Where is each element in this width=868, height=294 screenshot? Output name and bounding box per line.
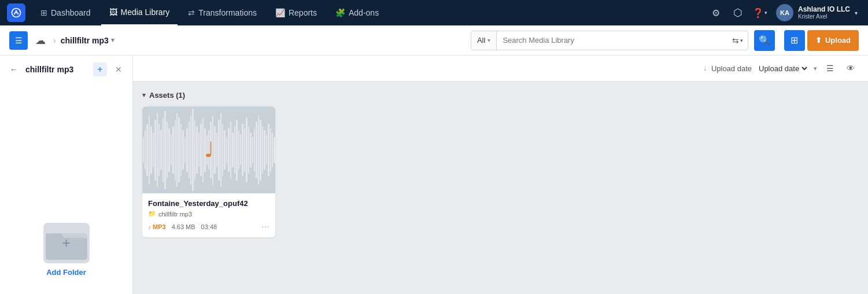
upload-button[interactable]: ⬆ Upload <box>807 30 859 51</box>
close-icon: ✕ <box>115 65 122 74</box>
eye-icon: 👁 <box>847 64 855 73</box>
sort-chevron: ▾ <box>814 65 817 72</box>
search-settings-chevron: ▾ <box>740 38 743 43</box>
sidebar: ← chillfiltr mp3 + ✕ + Add Folder <box>0 56 133 294</box>
table-row[interactable]: ♩ Fontaine_Yesterday_opuf42 📁 chillfiltr… <box>142 106 275 237</box>
breadcrumb-chevron: ▾ <box>111 36 114 44</box>
nav-item-dashboard[interactable]: ⊞ Dashboard <box>32 0 99 25</box>
add-folder-area[interactable]: + Add Folder <box>0 211 132 282</box>
breadcrumb-label: chillfiltr mp3 <box>61 36 109 45</box>
sidebar-title: chillfiltr mp3 <box>25 65 88 74</box>
content-toolbar: ↓ Upload date Upload date Name File size… <box>133 56 868 82</box>
cloud-icon: ☁ <box>35 34 46 47</box>
image-icon: 🖼 <box>109 8 117 17</box>
add-folder-icon: + <box>43 223 90 263</box>
assets-header: ▾ Assets (1) <box>142 91 859 100</box>
user-company: Ashland IO LLC <box>798 5 850 13</box>
chart-icon: 📈 <box>275 8 285 17</box>
nav-label-dashboard: Dashboard <box>51 8 91 17</box>
asset-duration: 03:48 <box>201 223 217 230</box>
music-note-icon: ♩ <box>204 138 214 162</box>
music-icon-small: ♪ <box>148 224 151 230</box>
assets-grid: ♩ Fontaine_Yesterday_opuf42 📁 chillfiltr… <box>142 106 859 237</box>
hamburger-menu-button[interactable]: ☰ <box>9 31 28 50</box>
nav-label-addons: Add-ons <box>349 8 379 17</box>
search-input[interactable] <box>497 36 727 45</box>
help-icon: ❓ <box>752 8 764 19</box>
asset-info: Fontaine_Yesterday_opuf42 📁 chillfiltr m… <box>142 193 275 237</box>
breadcrumb-current[interactable]: chillfiltr mp3 ▾ <box>61 36 114 45</box>
add-to-media-icon: ⊞ <box>791 35 798 46</box>
nav-item-media-library[interactable]: 🖼 Media Library <box>101 0 178 25</box>
search-button[interactable]: 🔍 <box>754 30 775 51</box>
nav-label-transformations: Transformations <box>198 8 257 17</box>
layers-button[interactable]: ⬡ <box>729 3 747 22</box>
sidebar-add-icon: + <box>97 64 102 75</box>
logo[interactable] <box>7 3 25 22</box>
grid-icon: ⊞ <box>40 8 47 17</box>
help-chevron: ▾ <box>764 10 767 16</box>
list-view-button[interactable]: ☰ <box>822 60 838 76</box>
back-icon: ← <box>10 65 18 74</box>
asset-meta: ♪ MP3 4.63 MB 03:48 ⋯ <box>148 222 269 231</box>
home-cloud-button[interactable]: ☁ <box>32 32 49 49</box>
content-body: ▾ Assets (1) <box>133 82 868 247</box>
content-area: ↓ Upload date Upload date Name File size… <box>133 56 868 294</box>
gear-icon: ⚙ <box>712 8 720 19</box>
sidebar-add-button[interactable]: + <box>93 63 107 76</box>
user-info: Ashland IO LLC Krister Axel <box>798 5 850 20</box>
avatar: KA <box>776 4 793 21</box>
puzzle-icon: 🧩 <box>335 8 345 17</box>
asset-more-button[interactable]: ⋯ <box>261 222 269 231</box>
search-settings-icon: ⇆ <box>732 36 739 45</box>
upload-label: Upload <box>825 36 851 45</box>
search-settings-button[interactable]: ⇆ ▾ <box>727 31 748 50</box>
nav-item-transformations[interactable]: ⇄ Transformations <box>180 0 265 25</box>
sidebar-header: ← chillfiltr mp3 + ✕ <box>0 63 132 81</box>
nav-label-media-library: Media Library <box>121 8 170 17</box>
nav-item-reports[interactable]: 📈 Reports <box>267 0 325 25</box>
settings-button[interactable]: ⚙ <box>707 3 725 22</box>
upload-icon: ⬆ <box>815 36 822 45</box>
avatar-initials: KA <box>780 9 789 16</box>
folder-icon: 📁 <box>148 210 156 218</box>
asset-folder-name: chillfiltr mp3 <box>158 211 192 218</box>
sort-label: Upload date <box>711 64 752 73</box>
assets-count-label: Assets (1) <box>149 91 185 100</box>
search-icon: 🔍 <box>759 35 770 46</box>
upload-actions: ⊞ ⬆ Upload <box>784 30 859 51</box>
asset-type: ♪ MP3 <box>148 223 166 230</box>
layers-icon: ⬡ <box>733 6 743 19</box>
add-folder-label: Add Folder <box>46 268 86 277</box>
search-filter-chevron: ▾ <box>487 37 490 43</box>
asset-size: 4.63 MB <box>172 223 195 230</box>
nav-right-actions: ⚙ ⬡ ❓ ▾ KA Ashland IO LLC Krister Axel ▾ <box>707 3 861 22</box>
sort-direction-icon: ↓ <box>703 64 707 72</box>
sliders-icon: ⇄ <box>188 8 195 17</box>
sidebar-close-button[interactable]: ✕ <box>112 63 125 76</box>
top-navigation: ⊞ Dashboard 🖼 Media Library ⇄ Transforma… <box>0 0 868 25</box>
asset-folder: 📁 chillfiltr mp3 <box>148 210 269 218</box>
nav-label-reports: Reports <box>289 8 317 17</box>
user-menu-chevron: ▾ <box>855 10 858 16</box>
sort-select[interactable]: Upload date Name File size <box>756 64 809 74</box>
main-layout: ← chillfiltr mp3 + ✕ + Add Folder ↓ <box>0 56 868 294</box>
search-filter-dropdown[interactable]: All ▾ <box>471 31 497 50</box>
search-bar: All ▾ ⇆ ▾ <box>471 31 748 50</box>
add-to-media-button[interactable]: ⊞ <box>784 30 805 51</box>
back-button[interactable]: ← <box>7 63 21 76</box>
help-button[interactable]: ❓ ▾ <box>751 3 769 22</box>
user-name: Krister Axel <box>798 13 850 20</box>
asset-thumbnail: ♩ <box>142 106 275 193</box>
breadcrumb-separator: › <box>53 36 56 45</box>
user-menu[interactable]: KA Ashland IO LLC Krister Axel ▾ <box>773 4 861 21</box>
eye-button[interactable]: 👁 <box>843 60 859 76</box>
assets-collapse-chevron[interactable]: ▾ <box>142 91 146 99</box>
asset-name: Fontaine_Yesterday_opuf42 <box>148 199 269 208</box>
nav-item-addons[interactable]: 🧩 Add-ons <box>327 0 387 25</box>
asset-type-label: MP3 <box>153 223 166 230</box>
secondary-toolbar: ☰ ☁ › chillfiltr mp3 ▾ All ▾ ⇆ ▾ 🔍 ⊞ ⬆ U… <box>0 25 868 56</box>
add-folder-plus-icon: + <box>62 235 70 251</box>
hamburger-icon: ☰ <box>15 36 23 45</box>
search-filter-label: All <box>477 36 485 45</box>
